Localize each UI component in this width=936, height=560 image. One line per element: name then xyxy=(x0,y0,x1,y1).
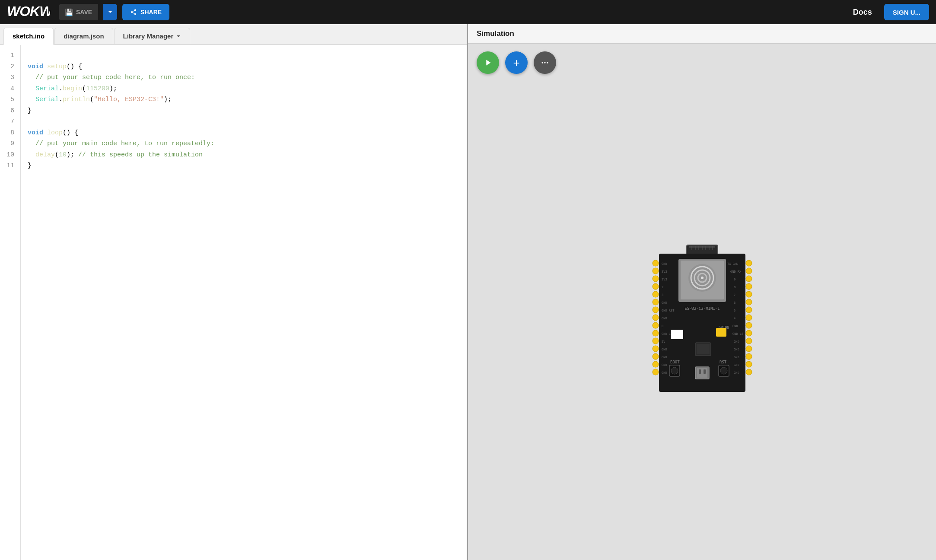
svg-text:GND RX: GND RX xyxy=(730,270,742,274)
save-button[interactable]: 💾 SAVE xyxy=(59,4,98,20)
logo: WOKWI xyxy=(7,3,50,22)
svg-text:GND: GND xyxy=(662,363,667,367)
more-options-button[interactable] xyxy=(534,51,556,74)
svg-text:9: 9 xyxy=(734,278,735,281)
tab-library-manager[interactable]: Library Manager xyxy=(114,28,191,44)
svg-point-18 xyxy=(653,291,659,297)
svg-point-1 xyxy=(542,62,543,63)
svg-text:3: 3 xyxy=(662,293,663,297)
tab-diagram[interactable]: diagram.json xyxy=(54,28,113,44)
svg-point-35 xyxy=(746,307,752,313)
svg-text:0: 0 xyxy=(662,325,663,328)
svg-text:3V3: 3V3 xyxy=(662,270,667,274)
svg-text:GND: GND xyxy=(734,371,739,375)
svg-text:GND: GND xyxy=(662,317,667,320)
svg-text:RST: RST xyxy=(720,360,727,364)
svg-point-90 xyxy=(671,367,678,374)
svg-point-36 xyxy=(746,315,752,321)
save-dropdown-button[interactable] xyxy=(103,4,117,20)
svg-text:GND: GND xyxy=(662,356,667,359)
main-layout: sketch.ino diagram.json Library Manager … xyxy=(0,24,936,560)
editor-panel: sketch.ino diagram.json Library Manager … xyxy=(0,24,468,560)
play-button[interactable] xyxy=(477,51,499,74)
simulation-header: Simulation xyxy=(468,24,936,44)
svg-text:WOKWI: WOKWI xyxy=(7,3,50,19)
svg-point-92 xyxy=(720,367,727,374)
svg-text:GND: GND xyxy=(734,356,739,359)
svg-text:GND 10: GND 10 xyxy=(662,332,672,336)
svg-point-21 xyxy=(653,315,659,321)
svg-text:GND: GND xyxy=(662,301,667,305)
svg-rect-84 xyxy=(716,328,726,337)
simulation-panel: Simulation + xyxy=(468,24,936,560)
svg-text:GND: GND xyxy=(734,363,739,367)
svg-point-38 xyxy=(746,330,752,336)
svg-point-39 xyxy=(746,338,752,344)
tab-sketch[interactable]: sketch.ino xyxy=(3,28,54,45)
svg-point-19 xyxy=(653,299,659,305)
svg-text:5V: 5V xyxy=(662,340,665,344)
svg-text:6: 6 xyxy=(734,301,735,305)
svg-text:GND 18: GND 18 xyxy=(732,332,743,336)
svg-point-80 xyxy=(701,277,704,279)
svg-text:GND: GND xyxy=(662,371,667,375)
svg-point-30 xyxy=(746,268,752,274)
svg-text:BOOT: BOOT xyxy=(670,360,680,364)
svg-point-3 xyxy=(547,62,548,63)
docs-button[interactable]: Docs xyxy=(846,4,879,20)
svg-point-2 xyxy=(544,62,545,63)
svg-point-27 xyxy=(653,361,659,367)
svg-point-43 xyxy=(746,369,752,375)
tab-bar: sketch.ino diagram.json Library Manager xyxy=(0,24,467,45)
docs-label: Docs xyxy=(853,8,872,16)
svg-point-28 xyxy=(653,369,659,375)
navbar: WOKWI 💾 SAVE SHARE Docs SIGN U... xyxy=(0,0,936,24)
code-content[interactable]: void setup() { // put your setup code he… xyxy=(21,45,467,560)
svg-rect-83 xyxy=(671,330,683,339)
svg-point-16 xyxy=(653,276,659,282)
save-label: SAVE xyxy=(76,9,92,16)
svg-point-17 xyxy=(653,283,659,290)
svg-text:GND RST: GND RST xyxy=(662,309,675,312)
svg-point-29 xyxy=(746,260,752,266)
share-label: SHARE xyxy=(140,9,162,16)
svg-rect-95 xyxy=(699,369,701,374)
svg-point-34 xyxy=(746,299,752,305)
svg-point-22 xyxy=(653,322,659,328)
signup-button[interactable]: SIGN U... xyxy=(884,4,929,20)
svg-text:GND: GND xyxy=(734,340,739,344)
svg-point-32 xyxy=(746,283,752,290)
svg-point-26 xyxy=(653,353,659,360)
svg-rect-94 xyxy=(697,368,707,378)
svg-text:ESP32-C3-MINI-1: ESP32-C3-MINI-1 xyxy=(684,306,720,311)
svg-point-31 xyxy=(746,276,752,282)
svg-point-42 xyxy=(746,361,752,367)
svg-point-20 xyxy=(653,307,659,313)
svg-text:7: 7 xyxy=(734,293,735,297)
svg-point-14 xyxy=(653,260,659,266)
simulation-controls: + xyxy=(468,44,936,82)
signup-label: SIGN U... xyxy=(893,9,920,16)
svg-point-25 xyxy=(653,346,659,352)
svg-text:TX GND: TX GND xyxy=(727,262,738,266)
svg-rect-96 xyxy=(704,369,706,374)
simulation-canvas: GND 3V3 3V3 2 3 GND GND RST GND 0 GND 10… xyxy=(468,82,936,560)
svg-point-37 xyxy=(746,322,752,328)
svg-text:GND: GND xyxy=(732,325,738,328)
esp32-board: GND 3V3 3V3 2 3 GND GND RST GND 0 GND 10… xyxy=(650,243,754,399)
svg-text:2: 2 xyxy=(662,286,663,289)
share-button[interactable]: SHARE xyxy=(122,4,169,20)
add-component-button[interactable]: + xyxy=(505,51,528,74)
code-editor[interactable]: 1 2 3 4 5 6 7 8 9 10 11 void setup() { /… xyxy=(0,45,467,560)
svg-text:4: 4 xyxy=(734,317,735,320)
svg-point-40 xyxy=(746,346,752,352)
line-numbers: 1 2 3 4 5 6 7 8 9 10 11 xyxy=(0,45,21,560)
svg-rect-86 xyxy=(697,344,710,354)
svg-text:GND: GND xyxy=(662,348,667,351)
svg-text:3V3: 3V3 xyxy=(662,278,667,281)
svg-point-15 xyxy=(653,268,659,274)
svg-point-41 xyxy=(746,353,752,360)
svg-text:8: 8 xyxy=(734,286,735,289)
svg-point-33 xyxy=(746,291,752,297)
svg-point-23 xyxy=(653,330,659,336)
